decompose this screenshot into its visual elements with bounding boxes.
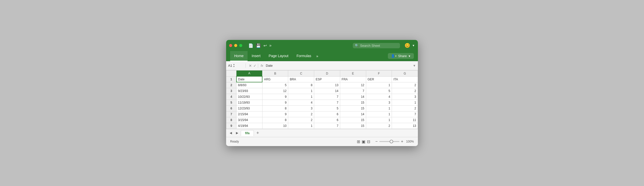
col-header-B[interactable]: B [262,71,288,77]
cell[interactable]: 12/23/93 [236,105,262,111]
cell-ref-down-arrow[interactable]: ▼ [233,66,235,68]
cell[interactable]: 11/19/93 [236,100,262,105]
account-icon[interactable]: 😊 [405,43,410,48]
cell[interactable]: Date [236,76,262,82]
col-header-A[interactable]: A [236,71,262,77]
ribbon-more-icon[interactable]: » [316,54,318,58]
cell[interactable]: 9/23/93 [236,88,262,94]
zoom-slider[interactable] [379,141,399,142]
new-document-icon[interactable]: 📄 [248,43,253,48]
cell[interactable]: 2/15/94 [236,111,262,117]
cell[interactable]: 4 [288,100,314,105]
cell[interactable]: 11 [392,117,418,123]
cell[interactable]: ARG [262,76,288,82]
cell[interactable]: 13 [392,123,418,129]
tab-formulas[interactable]: Formulas [292,51,315,61]
cell[interactable]: 13 [314,82,340,88]
cell[interactable]: BRA [288,76,314,82]
cancel-formula-button[interactable]: ✕ [249,64,252,68]
cell[interactable]: 1 [392,100,418,105]
account-dropdown-icon[interactable]: ▼ [412,44,415,47]
cell[interactable]: 9 [262,100,288,105]
cell[interactable]: 2 [392,82,418,88]
cell[interactable]: 4 [366,94,392,100]
cell[interactable]: 2 [392,88,418,94]
cell[interactable]: ITA [392,76,418,82]
col-header-D[interactable]: D [314,71,340,77]
add-sheet-button[interactable]: + [255,131,261,135]
share-button[interactable]: 👤+ Share ▼ [388,53,414,59]
cell[interactable]: 9 [262,111,288,117]
close-button[interactable] [229,44,232,47]
cell[interactable]: 5 [262,82,288,88]
cell[interactable]: 1 [366,105,392,111]
cell[interactable]: ESP [314,76,340,82]
cell[interactable]: 12 [340,82,366,88]
cell[interactable]: 5 [314,105,340,111]
cell[interactable]: 1 [288,123,314,129]
confirm-formula-button[interactable]: ✓ [253,64,256,68]
cell[interactable]: 1 [366,82,392,88]
search-box[interactable]: 🔍 [353,43,400,48]
cell[interactable]: 4/19/94 [236,123,262,129]
cell[interactable]: 9 [262,94,288,100]
cell[interactable]: FRA [340,76,366,82]
cell[interactable]: 1 [366,111,392,117]
cell[interactable]: 7 [314,123,340,129]
cell[interactable]: 7 [314,100,340,105]
cell[interactable]: 8/8/93 [236,82,262,88]
zoom-in-button[interactable]: + [401,139,403,144]
col-header-C[interactable]: C [288,71,314,77]
cell[interactable]: 6 [314,111,340,117]
cell[interactable]: 3 [366,100,392,105]
cell[interactable]: 12 [262,88,288,94]
cell[interactable]: GER [366,76,392,82]
cell[interactable]: 7 [340,88,366,94]
tab-home[interactable]: Home [230,51,248,61]
cell[interactable]: 1 [288,94,314,100]
undo-icon[interactable]: ↩ [263,43,267,48]
cell[interactable]: 10 [262,123,288,129]
cell[interactable]: 2 [288,111,314,117]
share-dropdown-icon[interactable]: ▼ [408,55,411,58]
cell[interactable]: 1 [288,88,314,94]
cell[interactable]: 8 [262,117,288,123]
cell[interactable]: 8 [262,105,288,111]
formula-dropdown-icon[interactable]: ▼ [413,64,416,67]
col-header-E[interactable]: E [340,71,366,77]
cell[interactable]: 2 [392,105,418,111]
col-header-F[interactable]: F [366,71,392,77]
cell[interactable]: 10/22/93 [236,94,262,100]
zoom-out-button[interactable]: − [375,139,378,144]
tab-nav-next[interactable]: ▶ [234,131,240,135]
cell[interactable]: 7 [392,111,418,117]
cell[interactable]: 7 [314,94,340,100]
zoom-slider-thumb[interactable] [390,140,393,143]
page-view-icon[interactable]: ▣ [362,139,365,144]
col-header-G[interactable]: G [392,71,418,77]
more-icon[interactable]: » [269,43,272,48]
cell[interactable]: 15 [340,123,366,129]
cell-ref-up-arrow[interactable]: ▲ [233,63,235,65]
cell[interactable]: 15 [340,100,366,105]
maximize-button[interactable] [239,44,242,47]
sheet-tab-fifa[interactable]: fifa [241,130,254,136]
page-break-view-icon[interactable]: ⊟ [367,139,370,144]
cell-ref-value[interactable]: A1 [228,64,232,67]
cell[interactable]: 15 [340,105,366,111]
cell[interactable]: 14 [340,94,366,100]
cell[interactable]: 3 [288,105,314,111]
tab-insert[interactable]: Insert [248,51,264,61]
cell[interactable]: 2 [288,117,314,123]
cell[interactable]: 3 [392,94,418,100]
cell[interactable]: 6 [314,117,340,123]
search-input[interactable] [360,44,398,48]
tab-nav-prev[interactable]: ◀ [228,131,233,135]
tab-page-layout[interactable]: Page Layout [264,51,292,61]
cell[interactable]: 1 [366,117,392,123]
cell[interactable]: 3/15/94 [236,117,262,123]
save-icon[interactable]: 💾 [256,43,261,48]
cell[interactable]: 15 [340,117,366,123]
minimize-button[interactable] [234,44,237,47]
grid-view-icon[interactable]: ⊞ [357,139,360,144]
